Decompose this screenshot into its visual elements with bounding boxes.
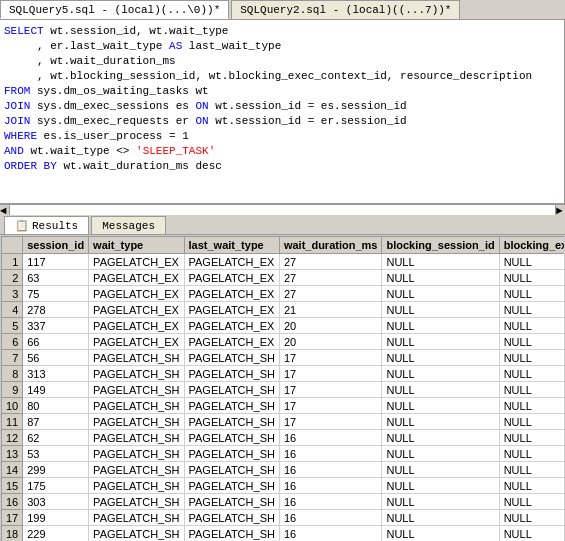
cell-6: NULL — [499, 382, 565, 398]
cell-4: 21 — [279, 302, 382, 318]
col-header-rownum — [2, 237, 23, 254]
results-table-container[interactable]: session_id wait_type last_wait_type wait… — [0, 235, 565, 541]
cell-6: NULL — [499, 494, 565, 510]
row-number: 1 — [2, 254, 23, 270]
cell-1: 149 — [23, 382, 89, 398]
cell-3: PAGELATCH_EX — [184, 254, 279, 270]
result-tabs: 📋 Results Messages — [0, 215, 565, 235]
code-line-6: JOIN sys.dm_exec_sessions es ON wt.sessi… — [4, 99, 560, 114]
results-table: session_id wait_type last_wait_type wait… — [1, 236, 565, 541]
col-header-blocking-session: blocking_session_id — [382, 237, 499, 254]
cell-6: NULL — [499, 398, 565, 414]
cell-4: 16 — [279, 462, 382, 478]
cell-2: PAGELATCH_SH — [89, 414, 184, 430]
cell-6: NULL — [499, 462, 565, 478]
table-row: 18229PAGELATCH_SHPAGELATCH_SH16NULLNULL8… — [2, 526, 566, 542]
cell-2: PAGELATCH_SH — [89, 478, 184, 494]
cell-3: PAGELATCH_SH — [184, 350, 279, 366]
table-row: 16303PAGELATCH_SHPAGELATCH_SH16NULLNULL8… — [2, 494, 566, 510]
col-header-last-wait-type: last_wait_type — [184, 237, 279, 254]
cell-1: 117 — [23, 254, 89, 270]
cell-5: NULL — [382, 494, 499, 510]
cell-6: NULL — [499, 302, 565, 318]
tab-sqlquery5-label: SQLQuery5.sql - (local)(...\0))* — [9, 4, 220, 16]
row-number: 14 — [2, 462, 23, 478]
cell-4: 27 — [279, 254, 382, 270]
cell-2: PAGELATCH_SH — [89, 510, 184, 526]
row-number: 3 — [2, 286, 23, 302]
cell-2: PAGELATCH_EX — [89, 318, 184, 334]
tab-results-label: Results — [32, 220, 78, 232]
code-editor[interactable]: SELECT wt.session_id, wt.wait_type , er.… — [0, 20, 565, 205]
cell-1: 229 — [23, 526, 89, 542]
cell-6: NULL — [499, 510, 565, 526]
code-line-4: , wt.blocking_session_id, wt.blocking_ex… — [4, 69, 560, 84]
col-header-blocking-exec: blocking_exec_context_id — [499, 237, 565, 254]
tab-sqlquery2[interactable]: SQLQuery2.sql - (local)((...7))* — [231, 0, 460, 19]
row-number: 7 — [2, 350, 23, 366]
cell-4: 17 — [279, 382, 382, 398]
cell-1: 56 — [23, 350, 89, 366]
tab-sqlquery5[interactable]: SQLQuery5.sql - (local)(...\0))* — [0, 0, 229, 19]
row-number: 15 — [2, 478, 23, 494]
cell-3: PAGELATCH_EX — [184, 334, 279, 350]
row-number: 13 — [2, 446, 23, 462]
cell-1: 80 — [23, 398, 89, 414]
cell-1: 66 — [23, 334, 89, 350]
table-row: 1187PAGELATCH_SHPAGELATCH_SH17NULLNULL8:… — [2, 414, 566, 430]
cell-2: PAGELATCH_SH — [89, 398, 184, 414]
cell-3: PAGELATCH_SH — [184, 478, 279, 494]
cell-5: NULL — [382, 254, 499, 270]
cell-2: PAGELATCH_EX — [89, 270, 184, 286]
cell-4: 20 — [279, 318, 382, 334]
cell-1: 299 — [23, 462, 89, 478]
cell-4: 20 — [279, 334, 382, 350]
cell-2: PAGELATCH_SH — [89, 462, 184, 478]
scroll-track — [10, 205, 555, 215]
cell-4: 27 — [279, 286, 382, 302]
cell-6: NULL — [499, 478, 565, 494]
tab-results[interactable]: 📋 Results — [4, 216, 89, 234]
cell-4: 16 — [279, 510, 382, 526]
cell-3: PAGELATCH_EX — [184, 318, 279, 334]
cell-4: 17 — [279, 398, 382, 414]
cell-5: NULL — [382, 398, 499, 414]
cell-3: PAGELATCH_SH — [184, 382, 279, 398]
tab-sqlquery2-label: SQLQuery2.sql - (local)((...7))* — [240, 4, 451, 16]
table-row: 1262PAGELATCH_SHPAGELATCH_SH16NULLNULL8:… — [2, 430, 566, 446]
cell-2: PAGELATCH_SH — [89, 446, 184, 462]
cell-4: 17 — [279, 414, 382, 430]
cell-3: PAGELATCH_EX — [184, 270, 279, 286]
cell-1: 87 — [23, 414, 89, 430]
col-header-session-id: session_id — [23, 237, 89, 254]
cell-6: NULL — [499, 446, 565, 462]
table-row: 1353PAGELATCH_SHPAGELATCH_SH16NULLNULL8:… — [2, 446, 566, 462]
cell-1: 199 — [23, 510, 89, 526]
code-line-5: FROM sys.dm_os_waiting_tasks wt — [4, 84, 560, 99]
table-body: 1117PAGELATCH_EXPAGELATCH_EX27NULLNULL8:… — [2, 254, 566, 542]
row-number: 5 — [2, 318, 23, 334]
cell-4: 17 — [279, 366, 382, 382]
tab-messages[interactable]: Messages — [91, 216, 166, 234]
table-header-row: session_id wait_type last_wait_type wait… — [2, 237, 566, 254]
cell-4: 16 — [279, 526, 382, 542]
code-line-9: AND wt.wait_type <> 'SLEEP_TASK' — [4, 144, 560, 159]
row-number: 4 — [2, 302, 23, 318]
table-row: 1117PAGELATCH_EXPAGELATCH_EX27NULLNULL8:… — [2, 254, 566, 270]
cell-5: NULL — [382, 334, 499, 350]
cell-3: PAGELATCH_SH — [184, 462, 279, 478]
cell-3: PAGELATCH_SH — [184, 510, 279, 526]
row-number: 8 — [2, 366, 23, 382]
table-row: 263PAGELATCH_EXPAGELATCH_EX27NULLNULL8:1… — [2, 270, 566, 286]
cell-2: PAGELATCH_SH — [89, 430, 184, 446]
scroll-left-btn[interactable]: ◄ — [0, 205, 10, 215]
cell-5: NULL — [382, 366, 499, 382]
cell-3: PAGELATCH_EX — [184, 286, 279, 302]
scroll-right-btn[interactable]: ► — [555, 205, 565, 215]
cell-3: PAGELATCH_SH — [184, 494, 279, 510]
cell-5: NULL — [382, 382, 499, 398]
cell-1: 303 — [23, 494, 89, 510]
cell-4: 16 — [279, 478, 382, 494]
row-number: 18 — [2, 526, 23, 542]
table-row: 17199PAGELATCH_SHPAGELATCH_SH16NULLNULL8… — [2, 510, 566, 526]
